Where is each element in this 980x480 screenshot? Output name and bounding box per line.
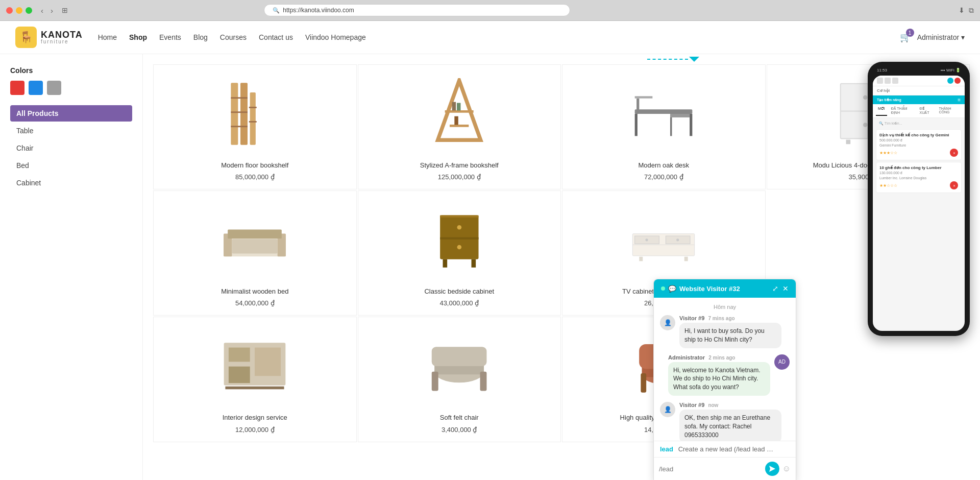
category-bed[interactable]: Bed [10,157,132,174]
svg-point-47 [676,238,679,241]
chat-avatar-visitor1: 👤 [660,315,675,330]
nav-viindoo[interactable]: Viindoo Homepage [305,33,366,41]
nav-blog[interactable]: Blog [193,33,208,41]
mobile-nav-icons [877,78,898,84]
mobile-top-icons [947,78,961,84]
fullscreen-button[interactable] [26,7,32,14]
mobile-pipeline-tabs: MỚI ĐÃ THẨM ĐỊNH ĐỀ XUẤT THÀNH CÔNG [873,104,965,118]
mobile-card-2-title: 10 ghế đơn cho công ty Lumber [879,165,958,170]
chat-bubble-3: OK, then ship me an Eurethane sofa. My c… [679,410,781,441]
svg-rect-18 [670,114,690,117]
product-card-10[interactable]: Soft felt chair 3,400,000 ₫ [358,317,561,442]
svg-rect-28 [846,140,851,145]
mobile-tab-validated: ĐÃ THẨM ĐỊNH [889,106,916,116]
product-price-9: 12,000,000 ₫ [162,426,348,434]
sidebar: Colors All Products Table Chair Bed Cabi… [0,54,143,480]
minimize-button[interactable] [16,7,22,14]
window-button[interactable]: ⧉ [969,6,974,15]
svg-rect-11 [452,102,456,111]
url-text: https://kanota.viindoo.com [283,7,354,14]
category-table[interactable]: Table [10,123,132,139]
product-img-9 [162,325,348,407]
product-card-5[interactable]: Minimalist wooden bed 54,000,000 ₫ [153,190,357,316]
chat-sender-1: Visitor #9 7 mins ago [679,315,781,321]
product-img-1 [162,73,348,155]
cart-button[interactable]: 🛒 1 [900,32,911,43]
svg-rect-20 [635,96,653,98]
chat-bubble-group-3: Visitor #9 now OK, then ship me an Euret… [679,402,781,441]
svg-rect-57 [432,347,487,367]
logo-text: KANOTA furniture [41,30,83,44]
forward-button[interactable]: › [48,5,56,16]
category-all-products[interactable]: All Products [10,105,132,122]
browser-right-controls: ⬇ ⧉ [959,6,974,15]
mobile-card-2-footer: ★★☆☆☆ ✕ [879,181,958,189]
mobile-icon-3 [892,78,898,84]
product-card-6[interactable]: Classic bedside cabinet 43,000,000 ₫ [358,190,561,316]
category-chair[interactable]: Chair [10,140,132,156]
chat-sender-3: Visitor #9 now [679,402,781,408]
close-button[interactable] [6,7,13,14]
color-swatch-red[interactable] [10,81,24,95]
mobile-card-1: Dịch vụ thiết kế cho công ty Gemini 500.… [876,129,962,160]
layout-button[interactable]: ⊞ [62,6,68,14]
product-grid-area: Modern floor bookshelf 85,000,000 ₫ [143,54,980,480]
category-cabinet[interactable]: Cabinet [10,175,132,191]
chat-input[interactable] [659,465,762,473]
chat-title: 💬 Website Visitor #32 [661,285,740,293]
chat-expand-button[interactable]: ⤢ [772,284,778,293]
svg-rect-34 [232,239,278,254]
chat-widget: 💬 Website Visitor #32 ⤢ ✕ Hôm nay 👤 Visi… [653,279,796,480]
chat-close-button[interactable]: ✕ [782,284,789,293]
nav-home[interactable]: Home [98,33,117,41]
chat-avatar-visitor3: 👤 [660,402,675,417]
logo-sub: furniture [41,39,83,44]
svg-rect-49 [684,256,688,261]
lead-suggestion-bar[interactable]: lead Create a new lead (/lead lead … [654,441,796,457]
product-card-1[interactable]: Modern floor bookshelf 85,000,000 ₫ [153,64,357,189]
emoji-button[interactable]: ☺ [782,464,791,473]
chat-avatar-admin: AD [774,354,790,370]
svg-rect-15 [635,114,638,136]
mobile-card-2-badge: ✕ [950,181,958,189]
download-button[interactable]: ⬇ [959,6,965,14]
nav-events[interactable]: Events [159,33,181,41]
mobile-phone: 11:53 ▪▪▪ WiFi 🔋 Cơ hội [868,62,970,336]
search-icon: 🔍 [273,7,280,14]
chat-sender-2: Administrator 2 mins ago [668,354,770,361]
logo-name: KANOTA [41,30,83,39]
svg-rect-6 [249,107,257,108]
colors-title: Colors [10,66,132,75]
browser-nav-buttons: ‹ › [38,5,56,16]
svg-rect-53 [229,366,250,382]
mobile-icon-1 [877,78,883,84]
admin-menu[interactable]: Administrator ▾ [917,33,965,41]
mobile-time: 11:53 [877,68,887,73]
svg-rect-14 [635,109,693,114]
product-card-2[interactable]: Stylized A-frame bookshelf 125,000,000 ₫ [358,64,561,189]
product-card-3[interactable]: Modern oak desk 72,000,000 ₫ [562,64,766,189]
product-card-9[interactable]: Interior design service 12,000,000 ₫ [153,317,357,442]
nav-shop[interactable]: Shop [129,33,147,41]
address-bar[interactable]: 🔍 https://kanota.viindoo.com [264,4,570,16]
mobile-card-1-stars: ★★★☆☆ [879,151,897,155]
mobile-card-2-company: Lumber Inc. Lorraine Douglas [879,176,958,180]
mobile-status-bar: 11:53 ▪▪▪ WiFi 🔋 [873,67,965,74]
svg-point-41 [457,245,461,250]
svg-point-40 [457,225,461,230]
product-name-9: Interior design service [162,413,348,422]
nav-contact[interactable]: Contact us [259,33,293,41]
svg-rect-2 [231,97,248,99]
chat-send-button[interactable] [765,462,779,476]
chat-bubble-group-1: Visitor #9 7 mins ago Hi, I want to buy … [679,315,781,348]
nav-courses[interactable]: Courses [220,33,247,41]
back-button[interactable]: ‹ [38,5,46,16]
logo[interactable]: 🪑 KANOTA furniture [15,27,83,48]
color-swatch-blue[interactable] [29,81,43,95]
mobile-tab-won: THÀNH CÔNG [937,106,962,116]
chat-input-area: ☺ [654,457,796,480]
mobile-card-1-title: Dịch vụ thiết kế cho công ty Gemini [879,133,958,137]
chat-message-2: AD Administrator 2 mins ago Hi, welcome … [660,354,790,396]
category-list: All Products Table Chair Bed Cabinet [10,105,132,191]
color-swatch-gray[interactable] [47,81,61,95]
